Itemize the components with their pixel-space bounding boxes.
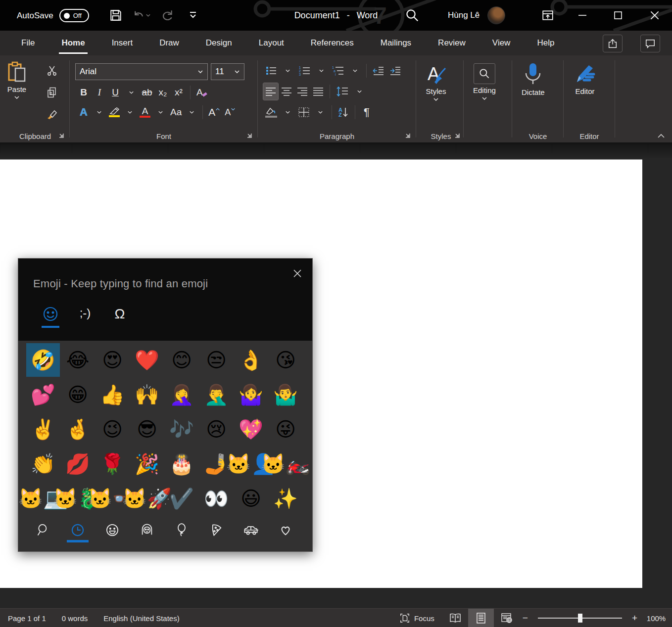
font-color-button[interactable]: A [138, 104, 152, 121]
emoji-cell[interactable]: ✌️ [26, 412, 60, 446]
emoji-cell[interactable]: 😘 [269, 343, 302, 377]
font-name-combo[interactable]: Arial [75, 63, 208, 80]
clear-formatting-button[interactable]: A [194, 84, 210, 101]
emoji-cell[interactable]: 👍 [96, 378, 129, 411]
print-layout-button[interactable] [468, 609, 494, 627]
zoom-slider-handle[interactable] [578, 614, 582, 623]
emoji-cell[interactable]: 🌹 [96, 447, 129, 481]
tab-references[interactable]: References [297, 31, 367, 55]
emoji-cell[interactable]: 🤞 [61, 412, 95, 446]
emoji-cell[interactable]: 😢 [199, 412, 233, 446]
zoom-level[interactable]: 100% [640, 614, 672, 623]
emoji-cell[interactable]: 🎉 [130, 447, 164, 481]
tab-help[interactable]: Help [524, 31, 568, 55]
text-effects-dropdown[interactable] [92, 104, 106, 121]
borders-button[interactable] [296, 104, 312, 121]
paragraph-dialog-launcher[interactable] [404, 132, 412, 139]
tab-mailings[interactable]: Mailings [367, 31, 425, 55]
search-icon[interactable] [405, 8, 420, 23]
ribbon-display-options-button[interactable] [533, 0, 562, 31]
dictate-button[interactable]: Dictate [522, 62, 545, 96]
shading-dropdown[interactable] [280, 104, 295, 121]
emoji-cell[interactable]: 😉 [96, 412, 129, 446]
kaomoji-tab[interactable]: ;-) [68, 306, 102, 335]
align-center-button[interactable] [279, 83, 294, 100]
emoji-cell[interactable]: 😜 [269, 412, 302, 446]
category-symbols[interactable] [269, 517, 302, 548]
emoji-cell[interactable]: 🎶 [165, 412, 198, 446]
emoji-cell[interactable]: ✨ [269, 482, 302, 515]
align-left-button[interactable] [263, 83, 278, 100]
emoji-cell[interactable]: 😒 [199, 343, 233, 377]
share-button[interactable] [603, 35, 623, 52]
strikethrough-button[interactable]: ab [140, 84, 154, 101]
cut-button[interactable] [44, 62, 60, 79]
bullets-button[interactable] [263, 62, 279, 79]
multilevel-dropdown[interactable] [347, 62, 362, 79]
numbering-dropdown[interactable] [314, 62, 329, 79]
emoji-cell[interactable]: 🎂 [165, 447, 198, 481]
emoji-cell[interactable]: 🙌 [130, 378, 164, 411]
grow-font-button[interactable]: A [206, 104, 222, 121]
emoji-cell[interactable]: 🐱‍🚀 [130, 482, 164, 515]
category-recent[interactable] [61, 517, 95, 548]
web-layout-button[interactable] [494, 609, 520, 627]
emoji-cell[interactable]: 😂 [61, 343, 95, 377]
minimize-button[interactable] [568, 0, 597, 31]
emoji-cell[interactable]: ❤️ [130, 343, 164, 377]
numbering-button[interactable]: 123 [296, 62, 313, 79]
tab-draw[interactable]: Draw [146, 31, 192, 55]
close-button[interactable] [640, 0, 669, 31]
tab-file[interactable]: File [8, 31, 48, 55]
emoji-cell[interactable]: 😍 [96, 343, 129, 377]
tab-insert[interactable]: Insert [98, 31, 146, 55]
tab-layout[interactable]: Layout [245, 31, 297, 55]
show-formatting-marks-button[interactable]: ¶ [359, 104, 374, 121]
maximize-button[interactable] [604, 0, 632, 31]
category-food[interactable] [199, 517, 233, 548]
styles-dialog-launcher[interactable] [453, 132, 461, 139]
emoji-cell[interactable]: 🐱‍🏍 [269, 447, 302, 481]
emoji-cell[interactable]: 👀 [199, 482, 233, 515]
account-area[interactable]: Hùng Lê [448, 0, 505, 31]
emoji-cell[interactable]: 😃 [234, 482, 268, 515]
multilevel-list-button[interactable]: 1ai [330, 62, 346, 79]
collapse-ribbon-button[interactable] [657, 134, 665, 138]
underline-dropdown[interactable] [124, 84, 139, 101]
emoji-cell[interactable]: 🤷‍♀️ [234, 378, 268, 411]
tab-design[interactable]: Design [192, 31, 245, 55]
emoji-cell[interactable]: 💋 [61, 447, 95, 481]
styles-button[interactable]: A Styles [425, 63, 447, 101]
editor-button[interactable]: Editor [574, 63, 596, 95]
bullets-dropdown[interactable] [280, 62, 295, 79]
underline-button[interactable]: U [108, 84, 123, 101]
italic-button[interactable]: I [92, 84, 107, 101]
line-spacing-button[interactable] [334, 83, 351, 100]
symbols-tab[interactable]: Ω [102, 306, 137, 335]
align-right-button[interactable] [295, 83, 310, 100]
emoji-cell[interactable]: 💖 [234, 412, 268, 446]
comments-button[interactable] [640, 35, 660, 52]
highlight-dropdown[interactable] [122, 104, 137, 121]
text-effects-button[interactable]: A [76, 104, 91, 121]
paste-button[interactable]: Paste [7, 61, 27, 99]
font-dialog-launcher[interactable] [245, 132, 253, 139]
shading-button[interactable] [263, 104, 279, 121]
line-spacing-dropdown[interactable] [352, 83, 367, 100]
font-color-dropdown[interactable] [153, 104, 168, 121]
tab-review[interactable]: Review [425, 31, 479, 55]
font-size-combo[interactable]: 11 [211, 63, 244, 80]
superscript-button[interactable]: x² [171, 84, 186, 101]
editing-button[interactable]: Editing [473, 63, 496, 100]
shrink-font-button[interactable]: A [223, 104, 238, 121]
focus-button[interactable]: Focus [391, 609, 442, 627]
category-smileys[interactable] [96, 517, 129, 548]
sort-button[interactable]: A Z [336, 104, 351, 121]
justify-button[interactable] [311, 83, 326, 100]
change-case-button[interactable]: Aa [168, 104, 184, 121]
decrease-indent-button[interactable] [371, 62, 386, 79]
borders-dropdown[interactable] [313, 104, 328, 121]
category-transport[interactable] [234, 517, 268, 548]
category-search[interactable] [26, 517, 60, 548]
emoji-cell[interactable]: 👏 [26, 447, 60, 481]
